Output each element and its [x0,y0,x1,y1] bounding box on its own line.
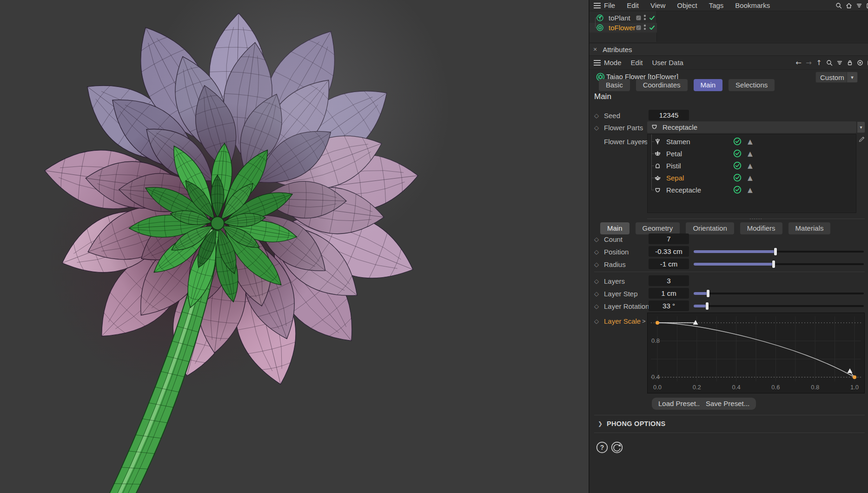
param-input[interactable]: -1 cm [649,259,689,269]
enabled-check-icon[interactable] [733,186,742,194]
param-input[interactable]: -0.33 cm [649,246,689,257]
filter-icon[interactable] [855,2,862,9]
menu-hamburger-icon[interactable] [594,3,601,8]
filter-icon[interactable] [836,59,843,66]
close-icon[interactable]: × [593,46,597,53]
home-icon[interactable] [845,2,852,9]
key-diamond-icon[interactable]: ◇ [594,112,599,119]
attributes-hamburger-icon[interactable] [594,60,601,66]
svg-text:0.8: 0.8 [811,384,819,391]
flower-object-icon [596,24,603,31]
key-diamond-icon[interactable]: ◇ [594,302,599,309]
object-name: toPlant [609,14,630,22]
object-tree-item-toflower[interactable]: toFlower [590,23,657,33]
param-input[interactable]: 3 [649,275,689,286]
divider [594,433,865,433]
svg-text:0.0: 0.0 [653,384,662,391]
seed-input[interactable]: 12345 [649,110,689,120]
key-diamond-icon[interactable]: ◇ [594,260,599,267]
tab-selections[interactable]: Selections [729,79,775,91]
help-icon[interactable]: ? [596,441,609,454]
save-preset-button[interactable]: Save Preset... [699,398,756,410]
key-diamond-icon[interactable]: ◇ [594,290,599,297]
chevron-right-icon[interactable]: > [642,317,646,324]
menu-item-object[interactable]: Object [677,1,697,9]
tab-coordinates[interactable]: Coordinates [636,79,688,91]
chevron-right-icon: ❯ [598,420,603,427]
triangle-icon[interactable]: ▲ [748,150,753,157]
chevron-right-icon[interactable]: > [642,138,646,145]
triangle-icon[interactable]: ▲ [748,174,753,181]
menu-item-view[interactable]: View [650,1,665,9]
param-slider[interactable] [694,260,864,268]
flower-layer-item-sepal[interactable]: Sepal ▲ [648,172,856,184]
pick-pencil-icon[interactable] [858,136,865,144]
attributes-menu-edit[interactable]: Edit [631,59,643,67]
flower-parts-dropdown[interactable]: Receptacle [647,121,856,133]
plant-object-icon [596,14,603,21]
attributes-menu-mode[interactable]: Mode [604,59,622,67]
param-input[interactable]: 7 [649,233,689,244]
object-tree: toPlant toFlower [590,11,868,42]
param-slider[interactable] [694,302,864,310]
layer-scale-label: Layer Scale [604,317,641,325]
enabled-check-icon[interactable] [733,149,742,158]
lock-icon[interactable] [846,59,853,66]
enable-dots-icon[interactable] [643,14,646,21]
tab-main[interactable]: Main [694,79,723,91]
enabled-check-icon[interactable] [733,173,742,182]
search-icon[interactable] [835,2,842,9]
object-tree-item-toplant[interactable]: toPlant [590,13,657,23]
triangle-icon[interactable]: ▲ [748,162,753,169]
menu-item-edit[interactable]: Edit [627,1,639,9]
attributes-titlebar: × Attributes [590,43,868,56]
preset-dropdown-arrow[interactable]: ▾ [847,72,858,83]
seed-row: ◇ Seed 12345 [590,109,868,121]
enable-dots-icon[interactable] [643,24,646,31]
open-external-icon[interactable] [866,2,868,9]
menu-item-bookmarks[interactable]: Bookmarks [735,1,770,9]
object-manager-menubar: FileEditViewObjectTagsBookmarks [590,0,868,11]
flower-layer-item-receptacle[interactable]: Receptacle ▲ [648,184,856,196]
search-icon[interactable] [826,59,833,66]
key-diamond-icon[interactable]: ◇ [594,124,599,131]
param-input[interactable]: 1 cm [649,288,689,299]
check-icon[interactable] [649,24,656,31]
menu-item-tags[interactable]: Tags [709,1,724,9]
triangle-icon[interactable]: ▲ [748,186,753,193]
enabled-check-icon[interactable] [733,137,742,146]
attributes-menu-user-data[interactable]: User Data [652,59,683,67]
layer-square-icon[interactable] [636,25,641,30]
splitter-grip[interactable]: ······ [647,218,865,220]
param-slider[interactable] [694,290,864,297]
flower-layer-item-stamen[interactable]: Stamen ▲ [648,135,856,147]
up-icon[interactable]: ↑ [815,59,822,66]
param-slider[interactable] [694,248,864,255]
preset-dropdown[interactable]: Custom [815,72,847,83]
key-diamond-icon[interactable]: ◇ [594,248,599,255]
flower-parts-value: Receptacle [663,123,697,131]
forward-icon[interactable]: → [805,59,812,66]
enabled-check-icon[interactable] [733,161,742,170]
triangle-icon[interactable]: ▲ [748,138,753,145]
object-manager-menu: FileEditViewObjectTagsBookmarks [604,1,770,9]
flower-parts-dropdown-arrow[interactable]: ▾ [857,121,865,133]
back-icon[interactable]: ← [795,59,802,66]
key-diamond-icon[interactable]: ◇ [594,277,599,284]
phong-options-section[interactable]: ❯ PHONG OPTIONS [590,415,868,433]
tab-basic[interactable]: Basic [599,79,630,91]
check-icon[interactable] [649,14,656,21]
param-row-layer-step: ◇ Layer Step 1 cm [590,287,868,300]
3d-viewport[interactable] [0,0,589,493]
flower-model [0,0,589,493]
flower-layer-item-petal[interactable]: Petal ▲ [648,147,856,160]
param-input[interactable]: 33 ° [649,300,689,311]
layer-scale-curve-editor[interactable]: 0.80.40.00.20.40.60.81.0 [647,313,865,393]
layer-square-icon[interactable] [636,15,641,20]
key-diamond-icon[interactable]: ◇ [594,317,599,324]
reset-icon[interactable] [610,441,623,454]
track-icon[interactable] [856,59,863,66]
menu-item-file[interactable]: File [604,1,615,9]
key-diamond-icon[interactable]: ◇ [594,235,599,242]
flower-layer-item-pistil[interactable]: Pistil ▲ [648,160,856,172]
